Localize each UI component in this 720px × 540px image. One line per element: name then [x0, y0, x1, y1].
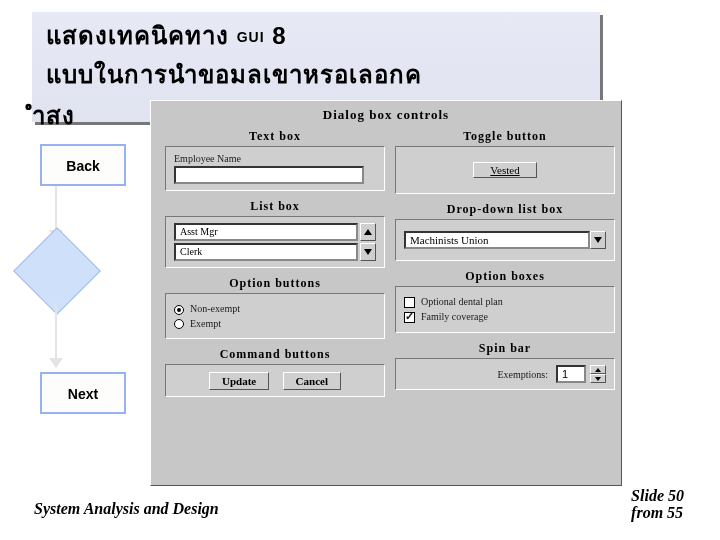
- spin-label: Spin bar: [395, 341, 615, 356]
- scroll-up-button[interactable]: [360, 223, 376, 241]
- spin-value: 1: [556, 365, 586, 383]
- scroll-down-button[interactable]: [360, 243, 376, 261]
- arrow-head-2: [49, 358, 63, 368]
- spin-caption: Exemptions:: [497, 369, 548, 380]
- radio-label-1: Non-exempt: [190, 303, 240, 314]
- title-text-a: แสดงเทคนิคทาง: [46, 22, 229, 49]
- chevron-down-icon: [595, 377, 601, 381]
- list-item[interactable]: Clerk: [174, 243, 358, 261]
- col-left: Text box Employee Name List box Asst Mgr…: [165, 129, 385, 405]
- list-item[interactable]: Asst Mgr: [174, 223, 358, 241]
- update-label: Update: [222, 375, 256, 387]
- chevron-up-icon: [364, 229, 372, 235]
- slide-number: Slide 50: [631, 487, 684, 505]
- title-gui: GUI: [237, 29, 265, 45]
- toggle-value: Vested: [490, 164, 519, 176]
- title-text-b: 8: [272, 22, 286, 49]
- vested-toggle[interactable]: Vested: [473, 162, 536, 178]
- section-radios: Option buttons Non-exempt Exempt: [165, 276, 385, 339]
- section-cmd: Command buttons Update Cancel: [165, 347, 385, 397]
- dialog-panel: Dialog box controls Text box Employee Na…: [150, 100, 622, 486]
- footer-left: System Analysis and Design: [34, 500, 219, 518]
- panel-title: Dialog box controls: [151, 101, 621, 131]
- arrow-line-1: [55, 186, 57, 232]
- check-dental[interactable]: [404, 297, 415, 308]
- cmd-label: Command buttons: [165, 347, 385, 362]
- next-box[interactable]: Next: [40, 372, 126, 414]
- employee-name-input[interactable]: [174, 166, 364, 184]
- section-textbox: Text box Employee Name: [165, 129, 385, 191]
- back-box[interactable]: Back: [40, 144, 126, 186]
- dropdown-label: Drop-down list box: [395, 202, 615, 217]
- dropdown-control[interactable]: Machinists Union: [404, 231, 606, 249]
- back-label: Back: [66, 158, 99, 174]
- section-listbox: List box Asst Mgr Clerk: [165, 199, 385, 268]
- textbox-field-label: Employee Name: [174, 153, 376, 164]
- section-dropdown: Drop-down list box Machinists Union: [395, 202, 615, 261]
- check-label-2: Family coverage: [421, 311, 488, 322]
- radio-exempt[interactable]: [174, 319, 184, 329]
- check-label-1: Optional dental plan: [421, 296, 503, 307]
- toggle-label: Toggle button: [395, 129, 615, 144]
- next-label: Next: [68, 386, 98, 402]
- cancel-button[interactable]: Cancel: [283, 372, 341, 390]
- title-line-3: ำสง: [32, 96, 75, 135]
- section-spin: Spin bar Exemptions: 1: [395, 341, 615, 390]
- radio-nonexempt[interactable]: [174, 305, 184, 315]
- decision-diamond: [13, 227, 101, 315]
- title-line-1: แสดงเทคนิคทาง GUI 8: [46, 16, 586, 55]
- footer-right: Slide 50 from 55: [631, 487, 684, 522]
- arrow-line-2: [55, 302, 57, 360]
- chevron-down-icon: [594, 237, 602, 243]
- dropdown-button[interactable]: [590, 231, 606, 249]
- spin-down-button[interactable]: [590, 374, 606, 383]
- check-family[interactable]: [404, 312, 415, 323]
- slide-total: from 55: [631, 504, 684, 522]
- update-button[interactable]: Update: [209, 372, 269, 390]
- dropdown-value: Machinists Union: [404, 231, 590, 249]
- radio-label-2: Exempt: [190, 318, 221, 329]
- col-right: Toggle button Vested Drop-down list box …: [395, 129, 615, 398]
- section-toggle: Toggle button Vested: [395, 129, 615, 194]
- cancel-label: Cancel: [296, 375, 328, 387]
- radios-label: Option buttons: [165, 276, 385, 291]
- section-checks: Option boxes Optional dental plan Family…: [395, 269, 615, 333]
- title-line-2: แบบในการนำขอมลเขาหรอเลอกค: [46, 55, 586, 94]
- textbox-label: Text box: [165, 129, 385, 144]
- spin-control[interactable]: 1: [556, 365, 606, 383]
- chevron-down-icon: [364, 249, 372, 255]
- chevron-up-icon: [595, 368, 601, 372]
- checks-label: Option boxes: [395, 269, 615, 284]
- spin-up-button[interactable]: [590, 365, 606, 374]
- listbox-label: List box: [165, 199, 385, 214]
